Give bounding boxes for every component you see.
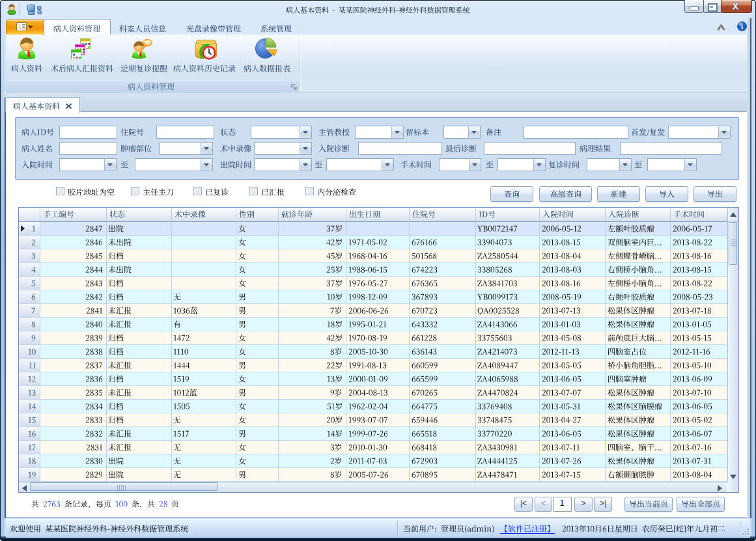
svg-text:i: i [741, 23, 743, 31]
